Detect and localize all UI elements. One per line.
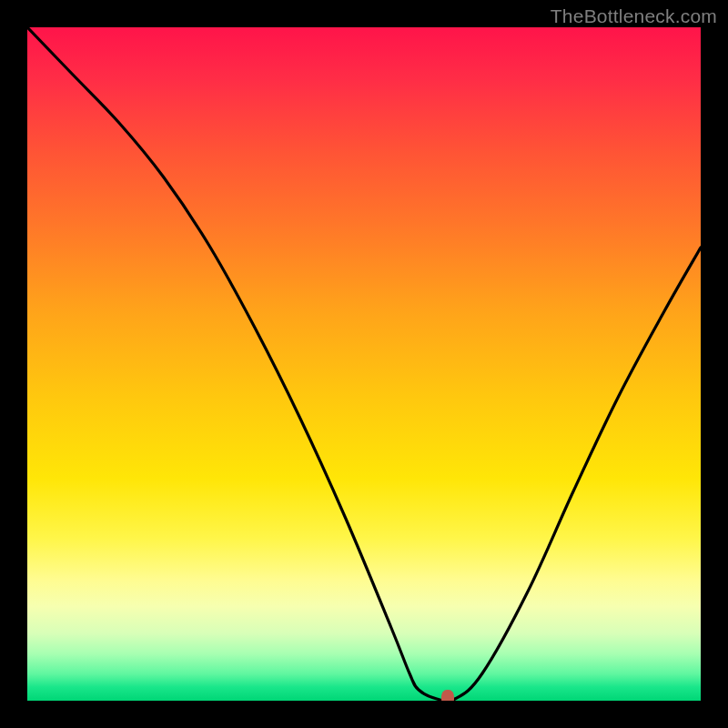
watermark-text: TheBottleneck.com [551,5,717,27]
chart-area [27,27,701,701]
optimum-marker [441,690,454,701]
bottleneck-curve [27,27,701,701]
